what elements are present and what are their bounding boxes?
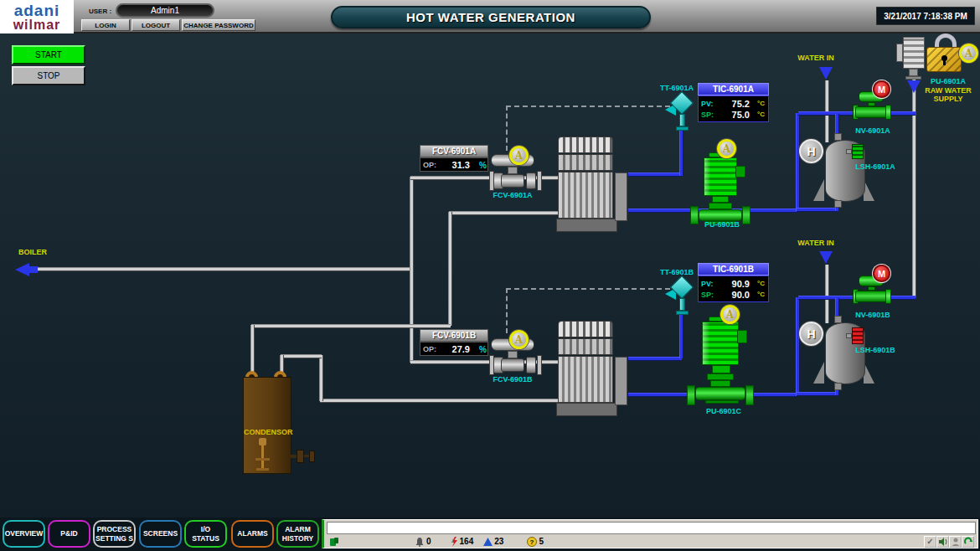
pump-pu-a-auto-badge[interactable]: A <box>959 44 978 63</box>
flag-icon <box>483 538 493 546</box>
username-field[interactable]: Admin1 <box>116 3 214 18</box>
hx-b-manifold <box>558 321 613 337</box>
boiler-label: BOILER <box>18 248 55 256</box>
hx-b-side-panel <box>615 357 627 405</box>
tic-b-faceplate[interactable]: TIC-6901B PV: 90.9 °C SP: 90.0 °C <box>698 263 769 302</box>
printer-status-icon[interactable] <box>329 537 339 547</box>
nav-io-status[interactable]: I/O STATUS <box>184 520 227 548</box>
sound-icon[interactable] <box>936 536 949 548</box>
nv-b-motor-badge[interactable]: M <box>873 265 890 282</box>
question-count[interactable]: ? 5 <box>527 537 544 547</box>
nav-alarm-history[interactable]: ALARM HISTORY <box>276 520 319 548</box>
top-bar: adani wilmar USER : Admin1 LOGIN LOGOUT … <box>0 0 980 33</box>
fcv-b-op-unit: % <box>470 345 487 354</box>
condensor-tank[interactable]: CONDENSOR <box>243 377 291 474</box>
alarm-bell-count[interactable]: 0 <box>415 537 431 547</box>
tic-b-pv-value: 90.9 <box>720 279 750 289</box>
tic-b-sp-value: 90.0 <box>720 290 750 300</box>
tic-a-title: TIC-6901A <box>698 83 769 95</box>
fcv-a-body <box>501 174 524 188</box>
nav-overview[interactable]: OVERVIEW <box>3 520 45 548</box>
bell-icon <box>415 537 425 547</box>
pipe-vessel-a-riser <box>797 113 799 212</box>
user-session-icon[interactable] <box>949 536 962 548</box>
fcv-a-flange-r <box>526 173 536 189</box>
fcv-b-faceplate[interactable]: FCV-6901B OP: 27.9 % <box>420 329 488 356</box>
nv-a-motor-badge[interactable]: M <box>873 80 890 98</box>
tt-a-base <box>676 126 689 131</box>
tic-a-sp-unit: °C <box>750 111 765 118</box>
fcv-a-op-label: OP: <box>423 161 441 169</box>
nav-process-settings[interactable]: PROCESS SETTING S <box>93 520 136 548</box>
hx-a-manifold <box>558 136 613 153</box>
fcv-a-faceplate[interactable]: FCV-6901A OP: 31.3 % <box>420 145 488 172</box>
pipe-condensate-a3 <box>251 325 451 327</box>
pump-pu-c-auto-badge[interactable]: A <box>720 305 740 324</box>
pump-pu-a[interactable] <box>896 35 925 80</box>
hx-b-band <box>558 338 613 355</box>
comm-error-count[interactable]: 164 <box>450 537 474 547</box>
pump-pu-b-tag: PU-6901B <box>692 220 752 229</box>
alarm-message-line[interactable] <box>327 522 976 534</box>
tt-a-transmitter[interactable] <box>663 92 702 132</box>
pipe-raw-water <box>913 72 916 298</box>
nav-screens[interactable]: SCREENS <box>139 520 182 548</box>
heat-exchanger-b[interactable] <box>558 321 628 416</box>
boiler-arrow-stub <box>29 266 38 273</box>
login-button[interactable]: LOGIN <box>81 19 130 31</box>
vessel-b-bottom-stub <box>834 383 842 390</box>
pipe-condensate-a1 <box>449 212 558 214</box>
vessel-a-high-badge[interactable]: H <box>799 139 823 163</box>
datetime-display: 3/21/2017 7:18:38 PM <box>876 7 975 25</box>
fcv-b-auto-badge[interactable]: A <box>509 330 529 349</box>
fcv-b-op-label: OP: <box>423 345 441 353</box>
pump-pu-a-tag: PU-6901A <box>920 77 977 85</box>
info-count[interactable]: 23 <box>483 537 503 546</box>
fcv-a-stem <box>508 167 518 174</box>
nv-b-tag: NV-6901B <box>848 311 898 319</box>
fcv-b-faceplate-title: FCV-6901B <box>420 329 488 342</box>
pipe-condensate-b1 <box>320 399 558 402</box>
pipe-vessel-b-bottom <box>797 393 838 395</box>
ack-check-icon[interactable]: ✓ <box>924 536 936 548</box>
tic-b-pv-label: PV: <box>701 280 720 288</box>
stop-button[interactable]: STOP <box>12 66 85 85</box>
logout-button[interactable]: LOGOUT <box>132 19 180 31</box>
lsh-b-connector <box>846 333 852 338</box>
raw-water-arrow-icon <box>907 80 921 93</box>
refresh-icon[interactable] <box>962 536 974 548</box>
pipe-vessel-b-riser <box>797 297 799 396</box>
fcv-a-op-value: 31.3 <box>441 160 470 170</box>
status-frame: 0 164 23 ? 5 ✓ <box>322 519 978 548</box>
vessel-b-leg-l <box>813 362 824 384</box>
vessel-a-bottom-stub <box>834 200 842 208</box>
hx-b-plates <box>558 356 613 403</box>
nav-pid[interactable]: P&ID <box>48 520 90 548</box>
lsh-b-switch[interactable] <box>852 327 864 344</box>
hx-a-band <box>558 154 613 171</box>
pump-pu-c-tag: PU-6901C <box>694 407 754 415</box>
pump-pu-b-auto-badge[interactable]: A <box>717 139 736 158</box>
pipe-water-in-a <box>826 80 828 142</box>
change-password-button[interactable]: CHANGE PASSWORD <box>182 19 255 31</box>
tic-a-sp-value: 75.0 <box>720 110 750 120</box>
lsh-a-connector <box>846 149 852 154</box>
tic-b-sp-unit: °C <box>750 291 765 298</box>
tt-a-stem <box>679 114 685 126</box>
tic-a-pv-unit: °C <box>750 100 765 107</box>
fcv-b-op-value: 27.9 <box>441 344 470 354</box>
fcv-a-auto-badge[interactable]: A <box>509 146 529 165</box>
vessel-a-leg-l <box>813 179 824 201</box>
nav-alarms[interactable]: ALARMS <box>231 520 274 548</box>
vessel-b-high-badge[interactable]: H <box>799 322 823 346</box>
lsh-a-switch[interactable] <box>852 144 864 159</box>
logo-line1: adani <box>14 3 60 18</box>
tic-b-pv-unit: °C <box>750 280 765 287</box>
start-button[interactable]: START <box>12 45 85 64</box>
hx-a-side-panel <box>615 173 627 221</box>
logo-line2: wilmar <box>13 18 61 32</box>
signal-tic-a-v <box>506 106 508 151</box>
heat-exchanger-a[interactable] <box>558 136 628 232</box>
tic-a-faceplate[interactable]: TIC-6901A PV: 75.2 °C SP: 75.0 °C <box>698 83 769 122</box>
pump-pu-c[interactable] <box>687 308 754 405</box>
